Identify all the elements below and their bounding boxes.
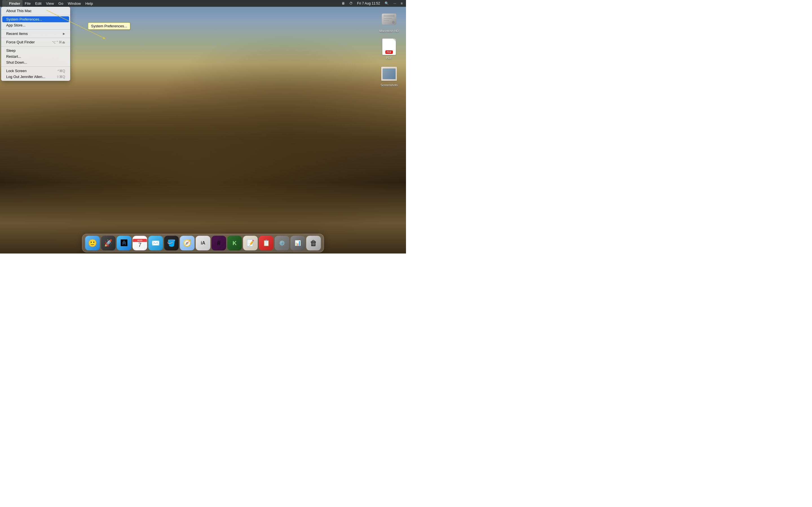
screenshots-icon-shape bbox=[381, 67, 397, 81]
pdf-badge: PDF bbox=[386, 50, 393, 54]
taskmanager-icon: 📊 bbox=[295, 240, 301, 246]
dock-icon-calendar[interactable]: AUG 7 bbox=[133, 236, 147, 250]
menubar-file[interactable]: File bbox=[22, 0, 33, 7]
dock-icon-airmail[interactable]: ✉️ bbox=[148, 236, 163, 250]
more-icon[interactable]: ··· bbox=[392, 1, 397, 5]
pasta-icon: 📋 bbox=[262, 239, 270, 247]
dock-icon-keka[interactable]: K bbox=[227, 236, 242, 250]
menubar: Finder File Edit View Go Window Help 🖥 ⏱… bbox=[0, 0, 406, 7]
rocket-icon: 🚀 bbox=[104, 239, 112, 247]
desktop-icon-label-screenshots: Screenshots bbox=[380, 83, 398, 87]
dock-icon-trash[interactable]: 🗑 bbox=[306, 236, 321, 250]
menubar-right: 🖥 ⏱ Fri 7 Aug 11:52 🔍 ··· ≡ bbox=[340, 1, 404, 5]
search-icon[interactable]: 🔍 bbox=[384, 1, 390, 5]
dock: 🙂 🚀 🅰 AUG 7 ✉️ 🪣 🧭 iA bbox=[82, 234, 324, 252]
desktop-icon-label-hd: Macintosh HD bbox=[379, 29, 399, 33]
airmail-icon: ✉️ bbox=[151, 239, 160, 247]
wunderbucket-icon: 🪣 bbox=[167, 239, 175, 247]
recent-arrow-icon: ▶ bbox=[63, 32, 65, 35]
menubar-window[interactable]: Window bbox=[65, 0, 83, 7]
menu-item-about[interactable]: About This Mac bbox=[2, 8, 69, 14]
menu-separator-2 bbox=[1, 29, 70, 30]
dock-icon-wunderbucket[interactable]: 🪣 bbox=[164, 236, 179, 250]
dock-icon-finder[interactable]: 🙂 bbox=[85, 236, 100, 250]
force-quit-shortcut: ⌥⌃⌘⏏ bbox=[52, 40, 65, 44]
textedit-icon: 📝 bbox=[247, 239, 254, 247]
display-icon[interactable]: 🖥 bbox=[340, 1, 346, 5]
menubar-left: Finder File Edit View Go Window Help bbox=[2, 0, 95, 7]
svg-point-5 bbox=[392, 21, 395, 24]
menubar-go[interactable]: Go bbox=[56, 0, 65, 7]
apple-menu-trigger[interactable] bbox=[2, 0, 7, 7]
calendar-day: 7 bbox=[138, 242, 141, 247]
iawriter-icon: iA bbox=[201, 240, 205, 245]
desktop-icon-macintosh-hd[interactable]: Macintosh HD bbox=[378, 11, 400, 33]
keka-icon: K bbox=[233, 240, 237, 246]
desktop-icon-screenshots[interactable]: Screenshots bbox=[378, 65, 400, 87]
desktop-icon-pdf[interactable]: PDF PDF bbox=[378, 38, 400, 60]
logout-shortcut: ⇧⌘Q bbox=[56, 75, 65, 79]
menu-item-lock[interactable]: Lock Screen ^⌘Q bbox=[2, 68, 69, 74]
timemachine-icon[interactable]: ⏱ bbox=[348, 1, 354, 5]
dock-icon-appstore[interactable]: 🅰 bbox=[117, 236, 132, 250]
datetime-display: Fri 7 Aug 11:52 bbox=[356, 1, 381, 5]
appstore-icon: 🅰 bbox=[121, 239, 128, 247]
filemerge-icon: ⚙️ bbox=[279, 240, 285, 246]
menu-item-logout[interactable]: Log Out Jennifer Allen... ⇧⌘Q bbox=[2, 74, 69, 80]
menubar-finder[interactable]: Finder bbox=[7, 0, 22, 7]
dock-icon-filemerge[interactable]: ⚙️ bbox=[274, 236, 289, 250]
dock-icon-rocket[interactable]: 🚀 bbox=[101, 236, 116, 250]
calendar-month: AUG bbox=[133, 239, 147, 242]
safari-icon: 🧭 bbox=[183, 239, 192, 247]
dock-icon-taskmanager[interactable]: 📊 bbox=[290, 236, 305, 250]
apple-dropdown-menu: About This Mac System Preferences... App… bbox=[1, 7, 70, 81]
menu-separator-5 bbox=[1, 66, 70, 67]
svg-rect-4 bbox=[384, 20, 389, 21]
svg-rect-3 bbox=[384, 18, 392, 19]
lock-shortcut: ^⌘Q bbox=[57, 69, 65, 73]
menu-item-app-store[interactable]: App Store... bbox=[2, 22, 69, 28]
menu-item-shutdown[interactable]: Shut Down... bbox=[2, 59, 69, 65]
menu-item-restart[interactable]: Restart... bbox=[2, 54, 69, 59]
system-preferences-tooltip: System Preferences... bbox=[88, 22, 130, 30]
trash-icon: 🗑 bbox=[310, 239, 317, 247]
slack-icon: # bbox=[217, 239, 220, 247]
list-icon[interactable]: ≡ bbox=[400, 1, 404, 5]
pdf-icon-shape: PDF bbox=[382, 39, 396, 55]
hd-icon-svg bbox=[381, 12, 397, 27]
menubar-help[interactable]: Help bbox=[83, 0, 95, 7]
menu-item-sleep[interactable]: Sleep bbox=[2, 48, 69, 54]
desktop-icons-area: Macintosh HD PDF PDF Screenshots bbox=[378, 11, 400, 87]
menu-item-force-quit[interactable]: Force Quit Finder ⌥⌃⌘⏏ bbox=[2, 39, 69, 45]
dock-icon-pasta[interactable]: 📋 bbox=[259, 236, 273, 250]
finder-face-icon: 🙂 bbox=[88, 239, 97, 247]
menu-item-recent[interactable]: Recent Items ▶ bbox=[2, 31, 69, 37]
dock-icon-iawriter[interactable]: iA bbox=[196, 236, 210, 250]
menubar-edit[interactable]: Edit bbox=[33, 0, 44, 7]
dock-icon-slack[interactable]: # bbox=[211, 236, 226, 250]
desktop-icon-label-pdf: PDF bbox=[386, 56, 392, 60]
dock-icon-safari[interactable]: 🧭 bbox=[180, 236, 195, 250]
desktop: Finder File Edit View Go Window Help 🖥 ⏱… bbox=[0, 0, 406, 253]
menu-item-system-prefs[interactable]: System Preferences... bbox=[2, 16, 69, 22]
menubar-view[interactable]: View bbox=[44, 0, 56, 7]
svg-rect-2 bbox=[384, 15, 395, 17]
dock-icon-textedit[interactable]: 📝 bbox=[243, 236, 258, 250]
menu-separator-4 bbox=[1, 46, 70, 47]
